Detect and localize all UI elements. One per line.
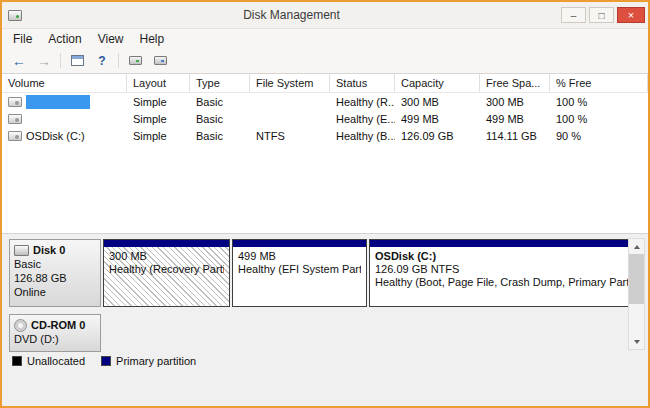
cdrom0-type: DVD (D:) — [14, 332, 96, 346]
legend-unallocated: Unallocated — [12, 355, 85, 367]
percent-free-cell: 90 % — [550, 130, 648, 142]
toolbar-separator — [60, 53, 61, 68]
scrollbar-track[interactable] — [629, 254, 644, 334]
partition-status: Healthy (EFI System Partit — [238, 263, 361, 276]
menu-view[interactable]: View — [90, 31, 132, 47]
help-button[interactable]: ? — [90, 50, 114, 72]
volume-icon — [8, 114, 22, 124]
volume-row-efi[interactable]: Simple Basic Healthy (E... 499 MB 499 MB… — [2, 110, 648, 127]
hard-disk-icon — [14, 245, 29, 256]
type-cell: Basic — [190, 96, 250, 108]
layout-cell: Simple — [127, 96, 190, 108]
layout-cell: Simple — [127, 113, 190, 125]
bottom-filler — [2, 370, 648, 406]
window-controls: – □ × — [561, 7, 645, 23]
partition-color-bar — [233, 240, 366, 247]
partition-size: 126.09 GB NTFS — [375, 263, 632, 276]
primary-partition-swatch — [101, 356, 111, 366]
status-cell: Healthy (E... — [330, 113, 395, 125]
column-header-status[interactable]: Status — [330, 74, 395, 92]
disk0-name: Disk 0 — [33, 243, 65, 257]
type-cell: Basic — [190, 113, 250, 125]
percent-free-cell: 100 % — [550, 113, 648, 125]
disk0-partitions: 300 MB Healthy (Recovery Parti 499 MB He… — [103, 239, 638, 307]
disk0-type: Basic — [14, 257, 96, 271]
menu-action[interactable]: Action — [40, 31, 89, 47]
scroll-down-button[interactable] — [629, 334, 644, 349]
close-button[interactable]: × — [617, 7, 645, 23]
partition-size: 300 MB — [109, 250, 224, 263]
volume-name-cell — [2, 95, 127, 109]
forward-arrow-icon: → — [37, 53, 51, 69]
column-header-capacity[interactable]: Capacity — [395, 74, 480, 92]
titlebar[interactable]: Disk Management – □ × — [2, 2, 648, 28]
volume-row-recovery[interactable]: Simple Basic Healthy (R... 300 MB 300 MB… — [2, 93, 648, 110]
volume-icon — [8, 131, 22, 141]
capacity-cell: 126.09 GB — [395, 130, 480, 142]
column-header-free-space[interactable]: Free Spa... — [480, 74, 550, 92]
minimize-button[interactable]: – — [561, 7, 586, 23]
volume-name: OSDisk (C:) — [26, 130, 85, 142]
disk0-capacity: 126.88 GB — [14, 271, 96, 285]
layout-cell: Simple — [127, 130, 190, 142]
partition-recovery[interactable]: 300 MB Healthy (Recovery Parti — [103, 239, 230, 307]
column-header-file-system[interactable]: File System — [250, 74, 330, 92]
disk-action-button-1[interactable] — [123, 50, 147, 72]
volume-icon — [8, 97, 22, 107]
file-system-cell: NTFS — [250, 130, 330, 142]
column-header-layout[interactable]: Layout — [127, 74, 190, 92]
unallocated-swatch — [12, 356, 22, 366]
status-cell: Healthy (R... — [330, 96, 395, 108]
partition-efi[interactable]: 499 MB Healthy (EFI System Partit — [232, 239, 367, 307]
partition-name: OSDisk (C:) — [375, 250, 632, 263]
graphical-view: Disk 0 Basic 126.88 GB Online 300 MB Hea… — [2, 234, 648, 352]
back-button[interactable]: ← — [7, 50, 31, 72]
volume-list-header: Volume Layout Type File System Status Ca… — [2, 74, 648, 93]
menu-help[interactable]: Help — [132, 31, 173, 47]
column-header-type[interactable]: Type — [190, 74, 250, 92]
disk-icon — [154, 56, 167, 65]
toolbar: ← → ? — [2, 48, 648, 74]
help-icon: ? — [98, 54, 105, 68]
vertical-scrollbar[interactable] — [628, 238, 645, 350]
up-arrow-icon — [634, 245, 640, 249]
disk0-row: Disk 0 Basic 126.88 GB Online 300 MB Hea… — [9, 239, 622, 307]
column-header-volume[interactable]: Volume — [2, 74, 127, 92]
disk-icon — [129, 56, 142, 65]
app-icon[interactable] — [8, 10, 22, 21]
free-space-cell: 300 MB — [480, 96, 550, 108]
capacity-cell: 499 MB — [395, 113, 480, 125]
volume-row-osdisk[interactable]: OSDisk (C:) Simple Basic NTFS Healthy (B… — [2, 127, 648, 144]
volume-list: Volume Layout Type File System Status Ca… — [2, 74, 648, 234]
type-cell: Basic — [190, 130, 250, 142]
status-cell: Healthy (B... — [330, 130, 395, 142]
legend-bar: Unallocated Primary partition — [2, 352, 648, 370]
disk-action-button-2[interactable] — [148, 50, 172, 72]
selected-volume-highlight — [26, 95, 90, 109]
scroll-up-button[interactable] — [629, 239, 644, 254]
scrollbar-thumb[interactable] — [629, 254, 644, 304]
legend-label: Unallocated — [27, 355, 85, 367]
cdrom0-name: CD-ROM 0 — [31, 318, 85, 332]
legend-label: Primary partition — [116, 355, 196, 367]
cdrom0-label-panel[interactable]: CD-ROM 0 DVD (D:) — [9, 314, 101, 352]
down-arrow-icon — [634, 340, 640, 344]
disk0-status: Online — [14, 285, 96, 299]
partition-status: Healthy (Recovery Parti — [109, 263, 224, 276]
volume-name-cell — [2, 114, 127, 124]
menu-bar: File Action View Help — [2, 28, 648, 48]
free-space-cell: 499 MB — [480, 113, 550, 125]
partition-size: 499 MB — [238, 250, 361, 263]
window-title: Disk Management — [22, 8, 561, 22]
maximize-button[interactable]: □ — [589, 7, 614, 23]
show-console-tree-button[interactable] — [65, 50, 89, 72]
disk0-label-panel[interactable]: Disk 0 Basic 126.88 GB Online — [9, 239, 101, 307]
console-window-icon — [71, 55, 84, 66]
partition-osdisk[interactable]: OSDisk (C:) 126.09 GB NTFS Healthy (Boot… — [369, 239, 638, 307]
menu-file[interactable]: File — [5, 31, 40, 47]
column-header-percent-free[interactable]: % Free — [550, 74, 648, 92]
capacity-cell: 300 MB — [395, 96, 480, 108]
toolbar-separator — [118, 53, 119, 68]
forward-button[interactable]: → — [32, 50, 56, 72]
partition-color-bar — [370, 240, 637, 247]
